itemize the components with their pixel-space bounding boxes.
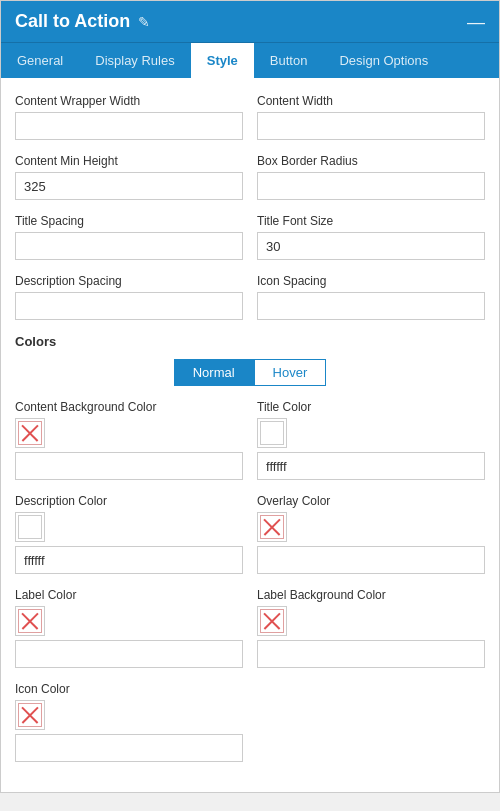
group-description-color: Description Color bbox=[15, 494, 243, 574]
label-content-wrapper-width: Content Wrapper Width bbox=[15, 94, 243, 108]
swatch-label-color[interactable] bbox=[15, 606, 45, 636]
swatch-title-color[interactable] bbox=[257, 418, 287, 448]
swatch-overlay-color[interactable] bbox=[257, 512, 287, 542]
colors-section-title: Colors bbox=[15, 334, 485, 349]
input-title-spacing[interactable] bbox=[15, 232, 243, 260]
input-icon-spacing[interactable] bbox=[257, 292, 485, 320]
label-content-bg-color: Content Background Color bbox=[15, 400, 243, 414]
input-content-wrapper-width[interactable] bbox=[15, 112, 243, 140]
swatch-x-label-bg bbox=[260, 609, 284, 633]
group-content-min-height: Content Min Height bbox=[15, 154, 243, 200]
input-title-font-size[interactable] bbox=[257, 232, 485, 260]
input-description-spacing[interactable] bbox=[15, 292, 243, 320]
group-label-color: Label Color bbox=[15, 588, 243, 668]
title-bar: Call to Action ✎ — bbox=[1, 1, 499, 42]
group-title-spacing: Title Spacing bbox=[15, 214, 243, 260]
input-description-color[interactable] bbox=[15, 546, 243, 574]
label-description-color: Description Color bbox=[15, 494, 243, 508]
swatch-box-description bbox=[18, 515, 42, 539]
label-content-width: Content Width bbox=[257, 94, 485, 108]
row-content-min-height: Content Min Height Box Border Radius bbox=[15, 154, 485, 200]
swatch-x-overlay bbox=[260, 515, 284, 539]
tab-general[interactable]: General bbox=[1, 43, 79, 78]
label-content-min-height: Content Min Height bbox=[15, 154, 243, 168]
input-content-width[interactable] bbox=[257, 112, 485, 140]
label-title-font-size: Title Font Size bbox=[257, 214, 485, 228]
group-title-font-size: Title Font Size bbox=[257, 214, 485, 260]
group-content-bg-color: Content Background Color bbox=[15, 400, 243, 480]
row-description-spacing: Description Spacing Icon Spacing bbox=[15, 274, 485, 320]
row-color-3: Label Color Label Background Color bbox=[15, 588, 485, 668]
input-content-bg-color[interactable] bbox=[15, 452, 243, 480]
label-box-border-radius: Box Border Radius bbox=[257, 154, 485, 168]
swatch-icon-color[interactable] bbox=[15, 700, 45, 730]
group-label-bg-color: Label Background Color bbox=[257, 588, 485, 668]
input-content-min-height[interactable] bbox=[15, 172, 243, 200]
label-description-spacing: Description Spacing bbox=[15, 274, 243, 288]
toggle-normal-button[interactable]: Normal bbox=[174, 359, 254, 386]
group-description-spacing: Description Spacing bbox=[15, 274, 243, 320]
minimize-icon[interactable]: — bbox=[467, 13, 485, 31]
tab-design-options[interactable]: Design Options bbox=[323, 43, 444, 78]
label-icon-color: Icon Color bbox=[15, 682, 243, 696]
group-icon-spacing: Icon Spacing bbox=[257, 274, 485, 320]
group-placeholder-empty bbox=[257, 682, 485, 762]
label-icon-spacing: Icon Spacing bbox=[257, 274, 485, 288]
swatch-x-content-bg bbox=[18, 421, 42, 445]
label-overlay-color: Overlay Color bbox=[257, 494, 485, 508]
row-content-wrapper-width: Content Wrapper Width Content Width bbox=[15, 94, 485, 140]
label-title-spacing: Title Spacing bbox=[15, 214, 243, 228]
tab-bar: General Display Rules Style Button Desig… bbox=[1, 42, 499, 78]
group-title-color: Title Color bbox=[257, 400, 485, 480]
input-icon-color[interactable] bbox=[15, 734, 243, 762]
tab-button[interactable]: Button bbox=[254, 43, 324, 78]
tab-style[interactable]: Style bbox=[191, 43, 254, 78]
label-label-bg-color: Label Background Color bbox=[257, 588, 485, 602]
group-content-wrapper-width: Content Wrapper Width bbox=[15, 94, 243, 140]
input-box-border-radius[interactable] bbox=[257, 172, 485, 200]
row-color-4: Icon Color bbox=[15, 682, 485, 762]
toggle-hover-button[interactable]: Hover bbox=[254, 359, 327, 386]
group-icon-color: Icon Color bbox=[15, 682, 243, 762]
group-box-border-radius: Box Border Radius bbox=[257, 154, 485, 200]
swatch-label-bg-color[interactable] bbox=[257, 606, 287, 636]
swatch-description-color[interactable] bbox=[15, 512, 45, 542]
title-bar-left: Call to Action ✎ bbox=[15, 11, 150, 32]
group-content-width: Content Width bbox=[257, 94, 485, 140]
group-overlay-color: Overlay Color bbox=[257, 494, 485, 574]
label-label-color: Label Color bbox=[15, 588, 243, 602]
label-title-color: Title Color bbox=[257, 400, 485, 414]
input-title-color[interactable] bbox=[257, 452, 485, 480]
tab-display-rules[interactable]: Display Rules bbox=[79, 43, 190, 78]
swatch-x-label bbox=[18, 609, 42, 633]
row-title-spacing: Title Spacing Title Font Size bbox=[15, 214, 485, 260]
input-label-bg-color[interactable] bbox=[257, 640, 485, 668]
swatch-content-bg-color[interactable] bbox=[15, 418, 45, 448]
swatch-x-icon bbox=[18, 703, 42, 727]
row-color-2: Description Color Overlay Color bbox=[15, 494, 485, 574]
input-label-color[interactable] bbox=[15, 640, 243, 668]
swatch-box-title bbox=[260, 421, 284, 445]
edit-icon[interactable]: ✎ bbox=[138, 14, 150, 30]
window: Call to Action ✎ — General Display Rules… bbox=[0, 0, 500, 793]
main-content: Content Wrapper Width Content Width Cont… bbox=[1, 78, 499, 792]
input-overlay-color[interactable] bbox=[257, 546, 485, 574]
color-toggle-group: Normal Hover bbox=[15, 359, 485, 386]
page-title: Call to Action bbox=[15, 11, 130, 32]
row-color-1: Content Background Color Title Color bbox=[15, 400, 485, 480]
